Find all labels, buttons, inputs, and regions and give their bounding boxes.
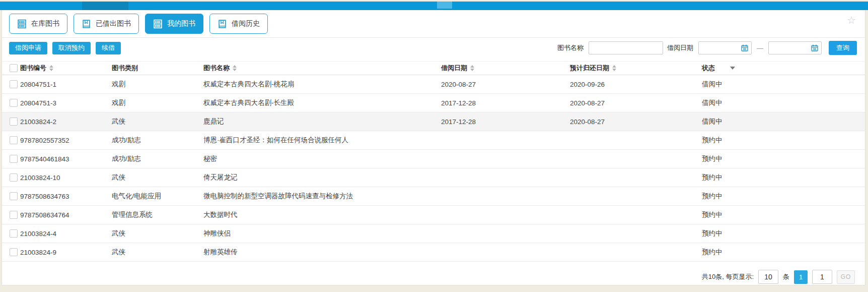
row-checkbox-cell <box>2 155 20 163</box>
cell-status: 借阅中 <box>702 117 865 126</box>
cell-category: 武侠 <box>112 248 203 257</box>
pagination-summary: 共10条, 每页显示: <box>702 272 754 281</box>
topbar-dark-segment <box>82 2 128 10</box>
row-checkbox-cell <box>2 192 20 200</box>
row-checkbox[interactable] <box>10 155 18 163</box>
table-row: 9787508634764管理信息系统大数据时代预约中 <box>2 206 865 224</box>
column-label: 预计归还日期 <box>570 64 609 73</box>
row-checkbox-cell <box>2 211 20 219</box>
page-size-input[interactable] <box>758 270 778 284</box>
table-row: 9787508634763电气化/电能应用微电脑控制的新型空调器故障代码速查与检… <box>2 187 865 206</box>
cell-book-id: 9787540461843 <box>20 155 112 163</box>
cell-borrow-date: 2017-12-28 <box>441 99 570 107</box>
table-row: 20804751-3戏剧权威定本古典四大名剧-长生殿2017-12-282020… <box>2 94 865 112</box>
borrow-apply-button[interactable]: 借阅申请 <box>9 42 47 54</box>
browser-top-strip <box>0 2 868 10</box>
cell-status: 借阅中 <box>702 98 865 107</box>
cell-borrow-date: 2020-08-27 <box>441 81 570 88</box>
toolbar: 借阅申请取消预约续借 图书名称 借阅日期 — <box>2 38 865 58</box>
main-panel: 在库图书已借出图书我的图书借阅历史☆ 借阅申请取消预约续借 图书名称 借阅日期 … <box>2 10 865 285</box>
cell-book-id: 20804751-3 <box>20 99 112 107</box>
row-checkbox-cell <box>2 173 20 182</box>
col-return-date[interactable]: 预计归还日期 <box>570 64 702 73</box>
cell-book-title: 倚天屠龙记 <box>203 173 441 182</box>
tab-in-stock-books[interactable]: 在库图书 <box>9 14 67 34</box>
row-checkbox-cell <box>2 136 20 144</box>
page-jump-input[interactable] <box>812 270 832 284</box>
cell-category: 成功/励志 <box>112 154 203 163</box>
search-group: 图书名称 借阅日期 — <box>557 41 857 55</box>
row-checkbox[interactable] <box>10 80 18 88</box>
sort-icon[interactable] <box>49 65 53 71</box>
row-checkbox[interactable] <box>10 211 18 219</box>
cell-category: 管理信息系统 <box>112 210 203 219</box>
col-status[interactable]: 状态 <box>702 64 865 73</box>
borrow-date-from-input[interactable] <box>698 41 752 54</box>
query-button[interactable]: 查询 <box>829 41 857 55</box>
cell-book-title: 大数据时代 <box>203 210 441 219</box>
row-checkbox-cell <box>2 80 20 88</box>
table-row: 21003824-4武侠神雕侠侣预约中 <box>2 224 865 243</box>
cell-book-id: 9787508634764 <box>20 211 112 219</box>
row-checkbox-cell <box>2 99 20 107</box>
column-label: 状态 <box>702 64 715 73</box>
book-icon <box>218 19 227 29</box>
row-checkbox[interactable] <box>10 99 18 107</box>
table-header: 图书编号图书类别图书名称借阅日期预计归还日期状态 <box>2 61 865 75</box>
row-checkbox[interactable] <box>10 118 18 126</box>
sort-icon[interactable] <box>612 65 616 71</box>
borrow-date-to-input[interactable] <box>768 41 822 54</box>
table-row: 9787802557352成功/励志博恩·崔西口才圣经：如何在任何场合说服任何人… <box>2 131 865 150</box>
select-all-checkbox[interactable] <box>10 64 18 72</box>
sort-icon[interactable] <box>233 65 237 71</box>
action-buttons-group: 借阅申请取消预约续借 <box>9 42 126 54</box>
cell-category: 戏剧 <box>112 80 203 89</box>
date-from-wrap <box>698 41 752 54</box>
cell-book-id: 9787802557352 <box>20 137 112 144</box>
row-checkbox[interactable] <box>10 248 18 256</box>
filter-caret-icon[interactable] <box>730 67 735 70</box>
cell-return-date: 2020-08-27 <box>570 118 702 126</box>
book-name-input[interactable] <box>589 41 663 54</box>
header-checkbox-cell <box>2 64 20 72</box>
row-checkbox[interactable] <box>10 173 18 182</box>
tab-label: 已借出图书 <box>96 19 131 28</box>
table-row: 21003824-9武侠射雕英雄传预约中 <box>2 243 865 262</box>
col-book-id[interactable]: 图书编号 <box>20 64 112 73</box>
sort-icon[interactable] <box>470 65 474 71</box>
cell-status: 借阅中 <box>702 80 865 89</box>
cell-status: 预约中 <box>702 173 865 182</box>
tab-borrow-history[interactable]: 借阅历史 <box>209 14 268 34</box>
cell-book-title: 神雕侠侣 <box>203 229 441 238</box>
table-row: 21003824-10武侠倚天屠龙记预约中 <box>2 168 865 187</box>
cell-book-title: 鹿鼎记 <box>203 117 441 126</box>
column-label: 图书名称 <box>203 64 230 73</box>
row-checkbox-cell <box>2 118 20 126</box>
book-icon <box>82 19 91 29</box>
row-checkbox[interactable] <box>10 136 18 144</box>
tabs-bar: 在库图书已借出图书我的图书借阅历史☆ <box>2 10 865 38</box>
tab-my-books[interactable]: 我的图书 <box>145 14 203 34</box>
cell-borrow-date: 2017-12-28 <box>441 118 570 126</box>
borrow-date-label: 借阅日期 <box>667 43 693 52</box>
cell-category: 戏剧 <box>112 98 203 107</box>
renew-button[interactable]: 续借 <box>96 42 121 54</box>
tab-label: 我的图书 <box>167 19 195 28</box>
col-book-title[interactable]: 图书名称 <box>203 64 441 73</box>
book-name-label: 图书名称 <box>557 43 584 52</box>
col-category: 图书类别 <box>112 64 203 73</box>
cell-category: 武侠 <box>112 117 203 126</box>
go-button[interactable]: GO <box>837 270 855 284</box>
col-borrow-date[interactable]: 借阅日期 <box>441 64 570 73</box>
cancel-reservation-button[interactable]: 取消预约 <box>52 42 91 54</box>
row-checkbox[interactable] <box>10 192 18 200</box>
row-checkbox-cell <box>2 229 20 238</box>
star-icon[interactable]: ☆ <box>847 15 856 25</box>
tab-borrowed-books[interactable]: 已借出图书 <box>74 14 139 34</box>
row-checkbox[interactable] <box>10 229 18 238</box>
current-page-button[interactable]: 1 <box>794 270 808 284</box>
column-label: 图书类别 <box>112 64 138 73</box>
pagination-bar: 共10条, 每页显示: 条 1 GO <box>2 270 855 284</box>
table-row: 20804751-1戏剧权威定本古典四大名剧-桃花扇2020-08-272020… <box>2 75 865 94</box>
page-size-unit-label: 条 <box>783 272 789 281</box>
